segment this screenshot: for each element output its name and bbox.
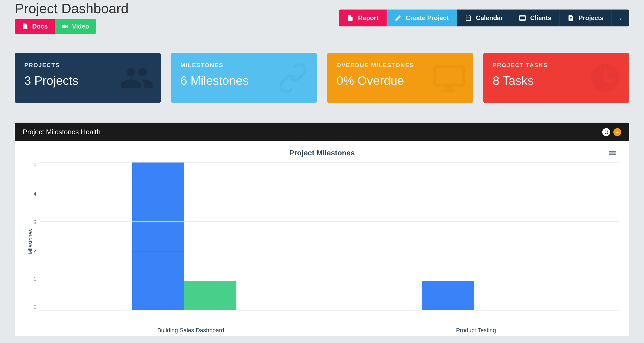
projects-label: Projects bbox=[578, 14, 604, 22]
milestones-card[interactable]: MILESTONES 6 Milestones bbox=[171, 53, 317, 103]
calendar-icon bbox=[465, 15, 472, 21]
calendar-button[interactable]: Calendar bbox=[457, 10, 511, 26]
chart-y-tick: 0 bbox=[34, 304, 36, 310]
chart-y-label: Milestones bbox=[25, 229, 34, 254]
nav-more-button[interactable] bbox=[612, 10, 629, 26]
chart-bar[interactable] bbox=[184, 281, 236, 310]
chart-bar[interactable] bbox=[132, 163, 184, 310]
chart-x-labels: Building Sales DashboardProduct Testing bbox=[48, 324, 619, 334]
report-button[interactable]: Report bbox=[339, 10, 386, 26]
chart-y-tick: 5 bbox=[34, 163, 36, 169]
svg-rect-1 bbox=[616, 132, 619, 132]
list-icon bbox=[519, 15, 526, 21]
milestones-health-panel: Project Milestones Health Project Milest… bbox=[15, 123, 629, 336]
video-button[interactable]: Video bbox=[55, 19, 96, 34]
chart-bar[interactable] bbox=[422, 281, 474, 310]
clients-button[interactable]: Clients bbox=[511, 10, 559, 26]
clients-label: Clients bbox=[530, 14, 551, 22]
page-title: Project Dashboard bbox=[15, 1, 129, 16]
monitor-icon bbox=[432, 61, 466, 95]
top-nav: Report Create Project Calendar Clients P… bbox=[339, 10, 629, 26]
create-project-button[interactable]: Create Project bbox=[387, 10, 457, 26]
chart-x-label: Building Sales Dashboard bbox=[48, 327, 333, 334]
docs-button-label: Docs bbox=[32, 23, 48, 30]
chart-menu-button[interactable] bbox=[608, 149, 617, 159]
tasks-card[interactable]: PROJECT TASKS 8 Tasks bbox=[483, 53, 629, 103]
chart-title: Project Milestones bbox=[25, 149, 619, 157]
chart-y-tick: 1 bbox=[34, 276, 36, 282]
video-icon bbox=[62, 23, 68, 30]
report-label: Report bbox=[358, 14, 378, 22]
edit-icon bbox=[395, 15, 402, 21]
chart-y-ticks: 543210 bbox=[34, 163, 40, 310]
pdf-icon bbox=[347, 15, 354, 21]
panel-title: Project Milestones Health bbox=[23, 128, 101, 136]
chart-y-tick: 2 bbox=[34, 248, 36, 254]
panel-collapse-button[interactable] bbox=[613, 128, 621, 136]
document-icon bbox=[22, 23, 29, 30]
caret-down-icon bbox=[618, 16, 623, 20]
chart-plot bbox=[40, 163, 619, 310]
video-button-label: Video bbox=[72, 23, 89, 30]
projects-card[interactable]: PROJECTS 3 Projects bbox=[15, 53, 161, 103]
link-icon bbox=[276, 61, 310, 95]
clock-icon bbox=[588, 61, 622, 95]
chart-x-label: Product Testing bbox=[333, 327, 619, 334]
users-icon bbox=[120, 61, 154, 95]
chart-y-tick: 3 bbox=[34, 219, 36, 225]
overdue-card[interactable]: OVERDUE MILESTONES 0% Overdue bbox=[327, 53, 473, 103]
projects-button[interactable]: Projects bbox=[559, 10, 612, 26]
panel-expand-button[interactable] bbox=[602, 128, 610, 136]
chart-y-tick: 4 bbox=[34, 191, 36, 197]
file-icon bbox=[567, 15, 574, 21]
calendar-label: Calendar bbox=[476, 14, 503, 22]
docs-button[interactable]: Docs bbox=[15, 19, 55, 34]
create-project-label: Create Project bbox=[406, 14, 449, 22]
